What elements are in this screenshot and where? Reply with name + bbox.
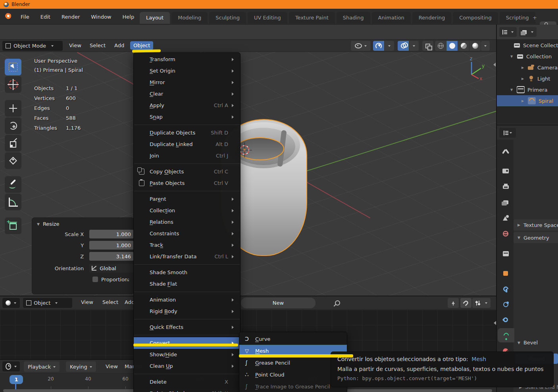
mode-dropdown[interactable]: Object Mode xyxy=(2,41,63,51)
menu-item[interactable]: Clean Up xyxy=(134,360,240,372)
gizmos-dropdown[interactable] xyxy=(385,41,394,51)
workspace-tab[interactable]: Layout xyxy=(140,12,170,24)
outliner-filter-dropdown[interactable] xyxy=(519,27,537,37)
orientation-dropdown[interactable]: Global xyxy=(89,264,134,273)
rotate-tool[interactable] xyxy=(5,117,21,134)
outliner-row-collection[interactable]: ▼ Collection xyxy=(497,51,558,62)
menu-item[interactable]: Set Origin xyxy=(134,65,240,77)
object-data-icon[interactable] xyxy=(498,328,514,342)
menu-item[interactable] xyxy=(134,161,240,166)
move-tool[interactable] xyxy=(5,100,21,117)
disclosure-icon[interactable]: ▶ xyxy=(521,77,528,81)
go-to-parent-node-button[interactable] xyxy=(448,298,459,308)
menu-item[interactable]: Animation xyxy=(134,294,240,306)
add-menu[interactable]: Add xyxy=(111,41,127,50)
shading-wireframe-button[interactable] xyxy=(435,41,446,51)
select-box-tool[interactable] xyxy=(5,59,21,75)
workspace-tab[interactable]: UV Editing xyxy=(248,12,287,24)
scene-icon[interactable] xyxy=(498,211,514,225)
pin-button[interactable] xyxy=(332,298,344,308)
menu-item[interactable]: Duplicate Objects Shift D xyxy=(134,127,240,138)
geometry-panel-header[interactable]: ▼ Geometry xyxy=(514,232,558,243)
object-icon[interactable] xyxy=(498,266,514,281)
node-snap-dropdown[interactable] xyxy=(472,298,491,308)
outliner-row-spiral[interactable]: ▶ Spiral xyxy=(497,95,558,106)
tool-icon[interactable] xyxy=(498,144,514,159)
menu-item[interactable] xyxy=(134,262,240,267)
workspace-tab[interactable]: Compositing xyxy=(453,12,498,24)
measure-tool[interactable] xyxy=(5,194,21,210)
menu-item[interactable]: Join Ctrl J xyxy=(134,150,240,161)
menu-item[interactable]: Constraints xyxy=(134,228,240,239)
menu-item[interactable]: Collection xyxy=(134,205,240,216)
overlays-dropdown[interactable] xyxy=(409,41,419,51)
disclosure-icon[interactable]: ▼ xyxy=(510,55,517,58)
new-material-button[interactable]: + New xyxy=(241,298,316,308)
navigation-axis-gizmo[interactable]: z y x xyxy=(461,56,487,81)
world-icon[interactable] xyxy=(498,227,514,241)
convert-item-curve[interactable]: Ɔ Curve xyxy=(239,333,347,345)
disclosure-icon[interactable]: ▶ xyxy=(521,66,528,69)
cursor-tool[interactable] xyxy=(5,76,21,93)
bevel-panel-header[interactable]: ▼ Bevel xyxy=(518,340,538,346)
physics-icon[interactable] xyxy=(498,297,514,311)
timeline-editor-type-dropdown[interactable] xyxy=(2,361,20,371)
xray-toggle[interactable] xyxy=(422,41,433,51)
field-value[interactable]: 3.146 xyxy=(89,252,134,261)
menu-item[interactable]: Shade Smooth xyxy=(134,267,240,278)
outliner-row-scene-collection[interactable]: Scene Collection xyxy=(497,40,558,51)
workspace-tab[interactable]: Shading xyxy=(337,12,370,24)
render-icon[interactable] xyxy=(498,164,514,178)
workspace-tab[interactable]: Modeling xyxy=(171,12,208,24)
blender-logo-icon[interactable] xyxy=(3,13,12,20)
menu-item[interactable]: Relations xyxy=(134,216,240,228)
editor-type-dropdown[interactable] xyxy=(2,298,20,308)
menu-item[interactable] xyxy=(134,333,240,337)
modifiers-icon[interactable] xyxy=(498,282,514,296)
menu-item[interactable]: Apply Ctrl A xyxy=(134,100,240,111)
keying-dropdown[interactable]: Keying xyxy=(66,361,96,372)
transform-tool[interactable] xyxy=(5,152,21,169)
shader-sidebar-collapse-arrow[interactable] xyxy=(492,321,496,325)
field-value[interactable]: 1.000 xyxy=(89,241,134,250)
shader-select-menu[interactable]: Select xyxy=(99,298,121,306)
menu-item[interactable]: Parent xyxy=(134,193,240,205)
timeline-view-menu[interactable]: View xyxy=(106,363,118,369)
view-layer-icon[interactable] xyxy=(498,195,514,209)
outliner-display-mode-dropdown[interactable] xyxy=(499,27,517,37)
menu-item[interactable]: Shade Flat xyxy=(134,278,240,290)
menu-item[interactable] xyxy=(134,123,240,127)
visibility-dropdown[interactable] xyxy=(351,41,371,51)
menubar-menu[interactable]: File xyxy=(15,12,35,21)
resize-operator-panel[interactable]: ▼ Resize Scale X 1.000 Y 1.000 Z 3.146 O… xyxy=(32,217,134,294)
menu-item[interactable] xyxy=(134,290,240,294)
texture-space-panel-header[interactable]: ▶ Texture Space xyxy=(514,219,558,231)
add-cube-tool[interactable] xyxy=(5,217,21,234)
shading-dropdown[interactable] xyxy=(481,41,490,51)
properties-filter-dropdown[interactable] xyxy=(499,128,516,138)
current-frame-indicator[interactable]: 1 xyxy=(10,375,23,384)
disclosure-icon[interactable]: ▶ xyxy=(521,99,528,103)
menu-item[interactable]: Link/Transfer Data Ctrl L xyxy=(134,251,240,262)
menu-item[interactable] xyxy=(134,372,240,376)
constraints-icon[interactable] xyxy=(498,313,514,327)
menu-item[interactable]: Transform xyxy=(134,54,240,65)
menu-item[interactable] xyxy=(134,189,240,193)
view-menu[interactable]: View xyxy=(66,41,85,50)
shader-view-menu[interactable]: View xyxy=(78,298,96,306)
menu-item[interactable]: Show/Hide xyxy=(134,349,240,360)
menu-item[interactable]: Delete X xyxy=(134,376,240,388)
menu-item[interactable]: Convert xyxy=(134,337,240,349)
add-workspace-button[interactable]: + xyxy=(529,12,540,23)
disclosure-icon[interactable]: ▼ xyxy=(510,88,517,92)
shading-rendered-button[interactable] xyxy=(469,41,481,51)
output-icon[interactable] xyxy=(498,180,514,194)
menu-item[interactable]: Track xyxy=(134,239,240,251)
menubar-menu[interactable]: Help xyxy=(117,12,140,21)
menu-item[interactable]: Delete Global Shift X xyxy=(134,388,240,392)
select-menu[interactable]: Select xyxy=(87,41,109,50)
playback-dropdown[interactable]: Playback xyxy=(24,361,60,372)
3d-cursor[interactable] xyxy=(240,145,249,155)
workspace-tab[interactable]: Animation xyxy=(372,12,411,24)
outliner-row-camera[interactable]: ▶ Camera xyxy=(497,62,558,73)
